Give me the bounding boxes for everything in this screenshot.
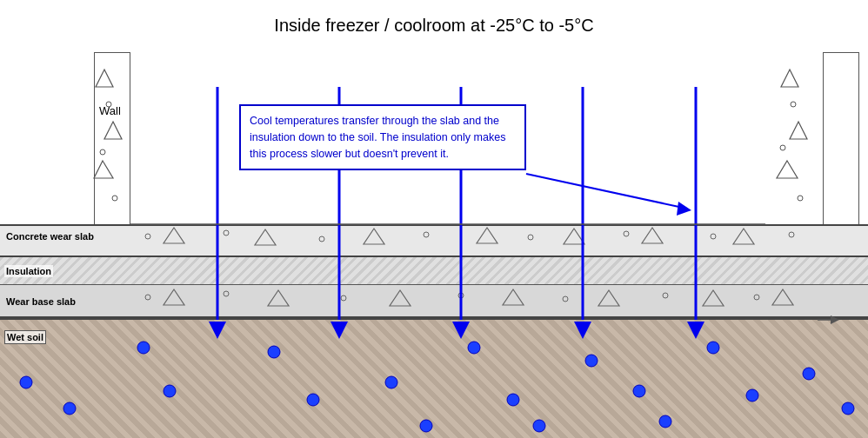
page-title: Inside freezer / coolroom at -25°C to -5… xyxy=(0,16,868,36)
svg-marker-70 xyxy=(677,202,691,216)
svg-point-9 xyxy=(791,102,796,107)
layer-base-slab xyxy=(0,285,868,318)
svg-point-11 xyxy=(798,196,803,201)
layer-concrete xyxy=(0,224,868,257)
wear-base-slab-label: Wear base slab xyxy=(4,295,77,308)
svg-marker-8 xyxy=(777,161,798,178)
layer-insulation xyxy=(0,257,868,285)
main-canvas: Inside freezer / coolroom at -25°C to -5… xyxy=(0,0,868,438)
wall-left xyxy=(94,52,130,230)
wall-left-label: Wall xyxy=(97,104,123,117)
svg-line-69 xyxy=(526,174,687,209)
wet-soil-label: Wet soil xyxy=(4,330,46,344)
insulation-label: Insulation xyxy=(4,265,53,277)
svg-marker-6 xyxy=(781,70,798,87)
concrete-wear-slab-label: Concrete wear slab xyxy=(4,230,96,242)
callout-text: Cool temperatures transfer through the s… xyxy=(250,115,505,160)
wall-right xyxy=(823,52,859,230)
callout-box: Cool temperatures transfer through the s… xyxy=(239,104,526,170)
layer-soil xyxy=(0,318,868,438)
svg-marker-7 xyxy=(790,122,807,139)
svg-point-10 xyxy=(780,145,785,150)
